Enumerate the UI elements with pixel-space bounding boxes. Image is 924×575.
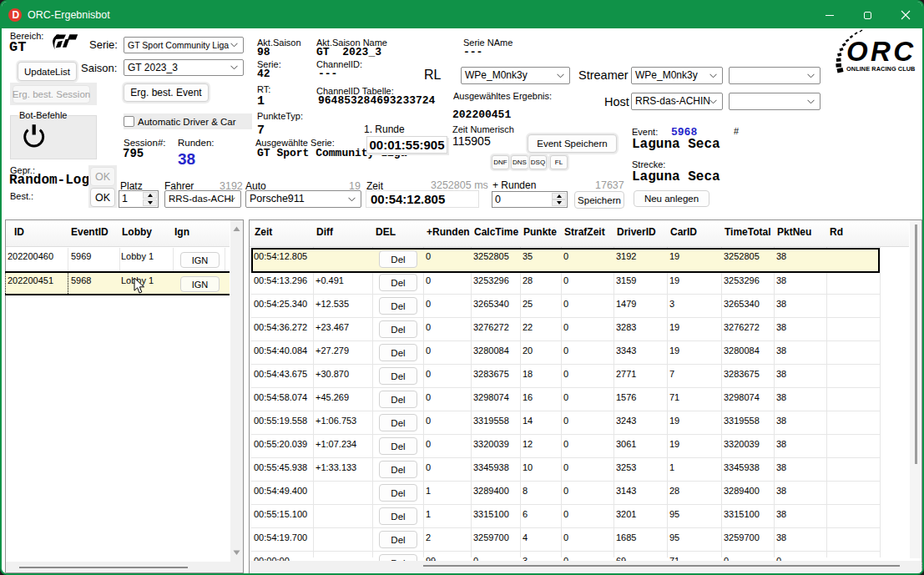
svg-text:ORC: ORC	[846, 36, 916, 67]
svg-text:ONLINE RACING CLUB: ONLINE RACING CLUB	[846, 65, 915, 73]
